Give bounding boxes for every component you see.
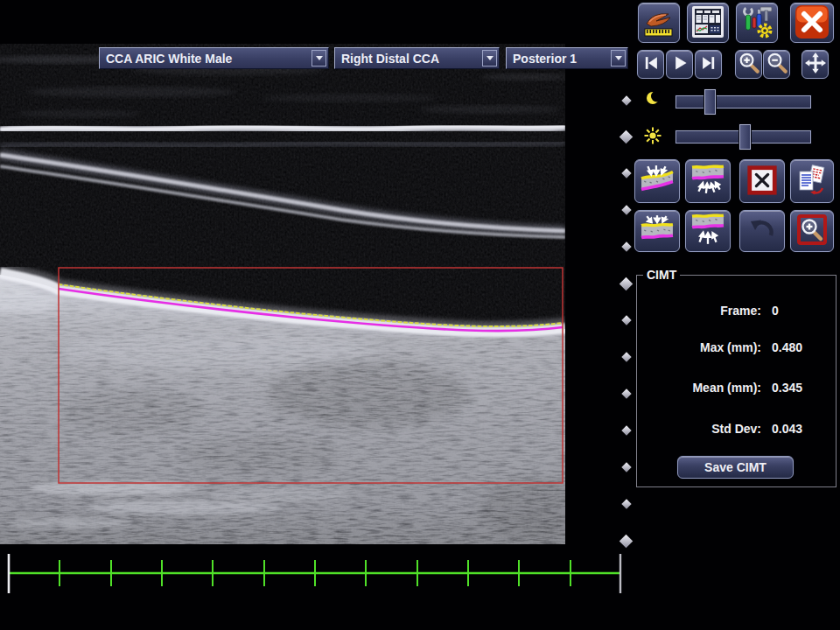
cimt-frame-row: Frame: 0 bbox=[637, 304, 836, 318]
stddev-value: 0.043 bbox=[772, 422, 802, 436]
pan-icon bbox=[805, 52, 826, 76]
frame-label: Frame: bbox=[637, 304, 761, 318]
pan-button[interactable] bbox=[802, 50, 829, 79]
detect-far-wall-lower-button[interactable] bbox=[685, 210, 731, 252]
mean-value: 0.345 bbox=[772, 381, 802, 395]
cimt-stddev-row: Std Dev: 0.043 bbox=[637, 422, 836, 436]
zoom-out-icon bbox=[766, 52, 788, 77]
scale-ruler bbox=[0, 550, 630, 598]
mean-label: Mean (mm): bbox=[637, 381, 761, 395]
undo-button[interactable] bbox=[739, 210, 785, 252]
detect-far-wall-lower-icon bbox=[691, 214, 724, 249]
detect-near-wall-button[interactable] bbox=[634, 159, 680, 203]
tools-settings-icon bbox=[739, 4, 774, 42]
chevron-down-icon[interactable] bbox=[482, 50, 497, 66]
report-icon bbox=[690, 4, 725, 42]
measure-tools-button[interactable] bbox=[638, 3, 680, 43]
detect-both-walls-icon bbox=[691, 164, 724, 200]
zoom-roi-button[interactable] bbox=[790, 210, 834, 252]
save-cimt-button[interactable]: Save CIMT bbox=[677, 456, 794, 479]
diamond-marker bbox=[621, 425, 631, 435]
chevron-down-icon[interactable] bbox=[611, 50, 626, 66]
moon-icon bbox=[646, 90, 662, 109]
detect-both-walls-button[interactable] bbox=[685, 159, 731, 203]
diamond-marker bbox=[621, 205, 631, 214]
clear-measurement-button[interactable] bbox=[739, 159, 785, 203]
ultrasound-image[interactable] bbox=[0, 44, 565, 544]
zoom-in-button[interactable] bbox=[735, 50, 762, 79]
app-window: CCA ARIC White Male Right Distal CCA Pos… bbox=[0, 0, 840, 630]
skip-end-icon bbox=[699, 53, 718, 75]
frame-value: 0 bbox=[772, 304, 779, 318]
close-icon bbox=[794, 4, 830, 42]
diamond-marker bbox=[621, 95, 631, 105]
copy-results-button[interactable] bbox=[790, 159, 834, 203]
segment-dropdown[interactable]: Right Distal CCA bbox=[334, 47, 500, 69]
report-button[interactable] bbox=[687, 3, 729, 43]
skip-end-button[interactable] bbox=[695, 50, 722, 79]
detect-near-wall-icon bbox=[640, 164, 674, 200]
diamond-marker bbox=[620, 277, 634, 291]
angle-dropdown-value: Posterior 1 bbox=[513, 52, 577, 66]
detect-far-wall-upper-icon bbox=[640, 214, 674, 249]
cimt-panel-title: CIMT bbox=[643, 268, 680, 282]
zoom-out-button[interactable] bbox=[763, 50, 790, 79]
zoom-in-icon bbox=[738, 52, 760, 77]
protocol-dropdown[interactable]: CCA ARIC White Male bbox=[99, 47, 329, 69]
diamond-marker bbox=[621, 168, 631, 178]
play-button[interactable] bbox=[666, 50, 693, 79]
angle-dropdown[interactable]: Posterior 1 bbox=[506, 47, 628, 69]
protocol-dropdown-value: CCA ARIC White Male bbox=[106, 52, 232, 66]
sun-icon bbox=[644, 127, 662, 148]
chevron-down-icon[interactable] bbox=[312, 50, 326, 66]
undo-icon bbox=[746, 214, 779, 249]
zoom-roi-icon bbox=[795, 214, 829, 249]
contrast-slider[interactable] bbox=[676, 95, 811, 108]
detect-far-wall-upper-button[interactable] bbox=[634, 210, 680, 252]
diamond-marker bbox=[620, 130, 634, 144]
diamond-marker bbox=[621, 499, 631, 508]
max-label: Max (mm): bbox=[637, 340, 761, 354]
max-value: 0.480 bbox=[772, 340, 802, 354]
diamond-marker bbox=[621, 242, 631, 251]
cimt-panel: CIMT Frame: 0 Max (mm): 0.480 Mean (mm):… bbox=[636, 275, 836, 487]
clear-measurement-icon bbox=[746, 164, 779, 200]
skip-start-button[interactable] bbox=[637, 50, 664, 79]
cimt-max-row: Max (mm): 0.480 bbox=[637, 340, 836, 354]
close-button[interactable] bbox=[790, 3, 834, 43]
stddev-label: Std Dev: bbox=[637, 422, 761, 436]
diamond-marker bbox=[621, 315, 631, 325]
cimt-mean-row: Mean (mm): 0.345 bbox=[637, 381, 836, 395]
skip-start-icon bbox=[641, 53, 661, 75]
play-icon bbox=[670, 53, 690, 75]
copy-results-icon bbox=[795, 164, 829, 200]
probe-ruler-icon bbox=[641, 4, 676, 42]
segment-dropdown-value: Right Distal CCA bbox=[341, 52, 439, 66]
diamond-marker bbox=[621, 462, 631, 472]
brightness-slider-thumb[interactable] bbox=[739, 124, 751, 150]
diamond-marker bbox=[621, 388, 631, 398]
contrast-slider-thumb[interactable] bbox=[704, 89, 716, 115]
diamond-marker bbox=[620, 535, 634, 549]
settings-tools-button[interactable] bbox=[736, 3, 778, 43]
diamond-marker bbox=[621, 352, 631, 361]
